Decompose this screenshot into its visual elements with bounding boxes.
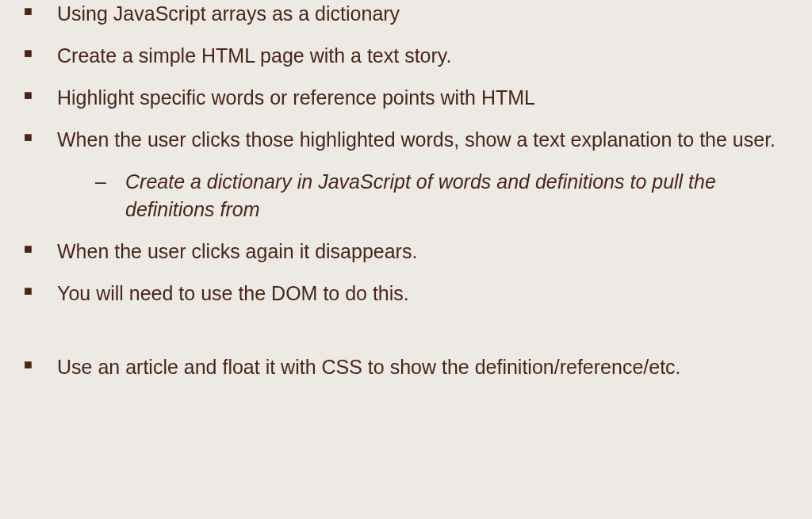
list-item: Highlight specific words or reference po… (24, 84, 788, 112)
sub-list-item-text: Create a dictionary in JavaScript of wor… (125, 170, 716, 220)
list-item: Using JavaScript arrays as a dictionary (24, 0, 788, 28)
instruction-list-continued: Use an article and float it with CSS to … (24, 353, 788, 381)
vertical-spacer (24, 322, 788, 353)
list-item-text: Highlight specific words or reference po… (57, 86, 535, 109)
sub-list: Create a dictionary in JavaScript of wor… (57, 168, 788, 223)
list-item: You will need to use the DOM to do this. (24, 280, 788, 307)
list-item-text: Use an article and float it with CSS to … (57, 356, 681, 378)
list-item: Create a simple HTML page with a text st… (24, 42, 788, 70)
list-item: Use an article and float it with CSS to … (24, 353, 788, 381)
list-item-text: You will need to use the DOM to do this. (57, 282, 409, 304)
list-item-text: When the user clicks those highlighted w… (57, 128, 776, 151)
sub-list-item: Create a dictionary in JavaScript of wor… (95, 168, 788, 223)
list-item-text: When the user clicks again it disappears… (57, 240, 417, 262)
list-item-text: Create a simple HTML page with a text st… (57, 44, 451, 67)
list-item-text: Using JavaScript arrays as a dictionary (57, 2, 400, 25)
list-item: When the user clicks those highlighted w… (24, 126, 788, 223)
instruction-list: Using JavaScript arrays as a dictionary … (24, 0, 788, 307)
list-item: When the user clicks again it disappears… (24, 238, 788, 265)
